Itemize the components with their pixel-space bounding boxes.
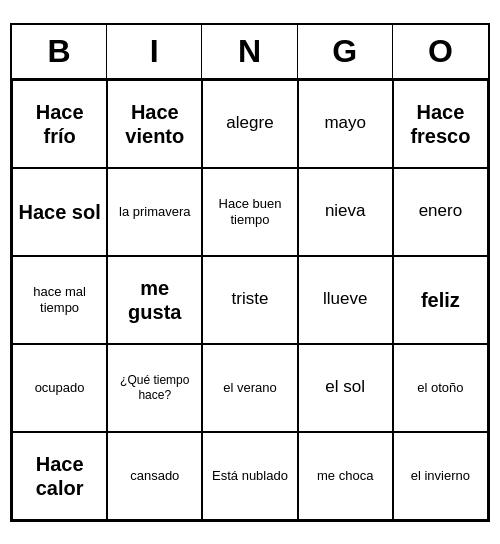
cell-r0-c0: Hace frío — [12, 80, 107, 168]
cell-r1-c4: enero — [393, 168, 488, 256]
cell-r4-c0: Hace calor — [12, 432, 107, 520]
cell-r3-c2: el verano — [202, 344, 297, 432]
cell-r1-c2: Hace buen tiempo — [202, 168, 297, 256]
cell-r2-c0: hace mal tiempo — [12, 256, 107, 344]
cell-r1-c0: Hace sol — [12, 168, 107, 256]
cell-r2-c3: llueve — [298, 256, 393, 344]
header-letter: N — [202, 25, 297, 78]
cell-r2-c1: me gusta — [107, 256, 202, 344]
cell-r1-c1: la primavera — [107, 168, 202, 256]
bingo-header: BINGO — [12, 25, 488, 80]
cell-r2-c2: triste — [202, 256, 297, 344]
bingo-card: BINGO Hace fríoHace vientoalegremayoHace… — [10, 23, 490, 522]
header-letter: I — [107, 25, 202, 78]
header-letter: B — [12, 25, 107, 78]
cell-r1-c3: nieva — [298, 168, 393, 256]
cell-r4-c2: Está nublado — [202, 432, 297, 520]
bingo-grid: Hace fríoHace vientoalegremayoHace fresc… — [12, 80, 488, 520]
cell-r3-c4: el otoño — [393, 344, 488, 432]
cell-r0-c4: Hace fresco — [393, 80, 488, 168]
cell-r0-c3: mayo — [298, 80, 393, 168]
cell-r4-c1: cansado — [107, 432, 202, 520]
cell-r4-c3: me choca — [298, 432, 393, 520]
cell-r4-c4: el invierno — [393, 432, 488, 520]
cell-r2-c4: feliz — [393, 256, 488, 344]
header-letter: G — [298, 25, 393, 78]
cell-r0-c1: Hace viento — [107, 80, 202, 168]
cell-r3-c0: ocupado — [12, 344, 107, 432]
cell-r3-c3: el sol — [298, 344, 393, 432]
header-letter: O — [393, 25, 488, 78]
cell-r0-c2: alegre — [202, 80, 297, 168]
cell-r3-c1: ¿Qué tiempo hace? — [107, 344, 202, 432]
